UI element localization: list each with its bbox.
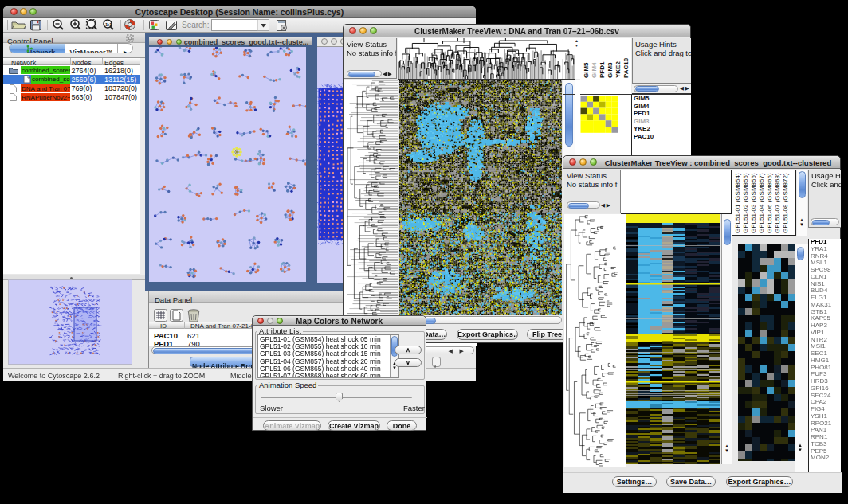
svg-text:Search:: Search: <box>182 21 209 29</box>
svg-text:1:1: 1:1 <box>105 22 112 27</box>
